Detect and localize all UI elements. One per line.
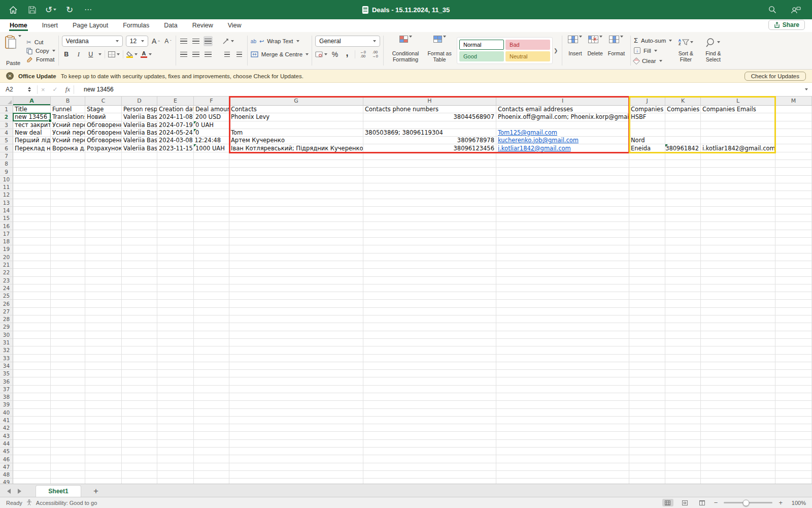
cell-H43[interactable] [363, 432, 496, 439]
row-header-21[interactable]: 21 [0, 261, 13, 269]
cell-G28[interactable] [229, 315, 363, 323]
styles-more-icon[interactable]: ❯ [554, 48, 558, 53]
cell-G13[interactable] [229, 199, 363, 207]
cell-C31[interactable] [85, 339, 122, 346]
cell-A4[interactable]: New deal [13, 129, 51, 137]
cell-D36[interactable] [122, 377, 157, 385]
cell-H24[interactable] [363, 284, 496, 292]
cell-L42[interactable] [701, 424, 775, 432]
cell-F38[interactable] [194, 393, 229, 401]
cell-J9[interactable] [629, 168, 665, 175]
cell-F37[interactable] [194, 386, 229, 393]
cell-A32[interactable] [13, 346, 51, 354]
row-header-9[interactable]: 9 [0, 168, 13, 175]
cell-L26[interactable] [701, 300, 775, 307]
cell-M28[interactable] [775, 315, 812, 323]
cell-B43[interactable] [51, 432, 85, 439]
percent-button[interactable]: % [330, 49, 340, 59]
cell-A38[interactable] [13, 393, 51, 401]
row-header-7[interactable]: 7 [0, 152, 13, 160]
cell-G34[interactable] [229, 362, 363, 370]
sort-filter-button[interactable]: AZ Sort & Filter [672, 34, 699, 67]
cell-M9[interactable] [775, 168, 812, 175]
cell-A31[interactable] [13, 339, 51, 346]
number-format-select[interactable]: General [315, 36, 380, 47]
row-header-48[interactable]: 48 [0, 471, 13, 479]
cell-D6[interactable]: Valeriia Bash [122, 144, 157, 152]
cell-L22[interactable] [701, 269, 775, 276]
cell-B31[interactable] [51, 339, 85, 346]
cell-C23[interactable] [85, 277, 122, 284]
cell-C15[interactable] [85, 214, 122, 222]
row-header-30[interactable]: 30 [0, 331, 13, 339]
cell-L30[interactable] [701, 331, 775, 339]
cell-J44[interactable] [629, 440, 665, 448]
cell-H37[interactable] [363, 386, 496, 393]
cell-A40[interactable] [13, 409, 51, 417]
cell-I44[interactable] [496, 440, 629, 448]
formula-bar-expand-icon[interactable] [805, 88, 808, 90]
cell-I28[interactable] [496, 315, 629, 323]
cell-K23[interactable] [665, 277, 701, 284]
cell-H6[interactable]: 38096123456 [363, 144, 496, 152]
cell-K48[interactable] [665, 471, 701, 479]
column-header-L[interactable]: L [701, 97, 775, 106]
cell-E14[interactable] [157, 207, 194, 214]
cell-D41[interactable] [122, 417, 157, 424]
cell-D49[interactable] [122, 479, 157, 484]
cell-B1[interactable]: Funnel [51, 106, 85, 113]
cell-K49[interactable] [665, 479, 701, 484]
cell-B49[interactable] [51, 479, 85, 484]
cell-M34[interactable] [775, 362, 812, 370]
cell-M31[interactable] [775, 339, 812, 346]
cell-F35[interactable] [194, 370, 229, 377]
cell-C13[interactable] [85, 199, 122, 207]
cell-K37[interactable] [665, 386, 701, 393]
cell-F11[interactable] [194, 183, 229, 191]
cell-G46[interactable] [229, 455, 363, 463]
cell-H29[interactable] [363, 323, 496, 331]
cell-D11[interactable] [122, 183, 157, 191]
font-color-button[interactable]: A [141, 49, 152, 59]
row-header-26[interactable]: 26 [0, 300, 13, 307]
cell-A6[interactable]: Переклад на [13, 144, 51, 152]
cell-B16[interactable] [51, 222, 85, 230]
cell-L32[interactable] [701, 346, 775, 354]
row-header-31[interactable]: 31 [0, 339, 13, 346]
row-header-15[interactable]: 15 [0, 214, 13, 222]
cell-E16[interactable] [157, 222, 194, 230]
cell-C5[interactable]: Обговорення [85, 137, 122, 144]
cell-I2[interactable]: Phoenix.off@gmail.com; Phoenix.korp@gmai… [496, 113, 629, 121]
cell-J27[interactable] [629, 308, 665, 315]
cell-B46[interactable] [51, 455, 85, 463]
cell-G42[interactable] [229, 424, 363, 432]
cell-A39[interactable] [13, 401, 51, 408]
cell-K16[interactable] [665, 222, 701, 230]
cell-H44[interactable] [363, 440, 496, 448]
cell-K15[interactable] [665, 214, 701, 222]
cell-I1[interactable]: Contacts email addresses [496, 106, 629, 113]
cell-F36[interactable] [194, 377, 229, 385]
cell-E32[interactable] [157, 346, 194, 354]
row-header-47[interactable]: 47 [0, 463, 13, 471]
cell-M42[interactable] [775, 424, 812, 432]
cell-K8[interactable] [665, 160, 701, 168]
cell-B2[interactable]: Translations [51, 113, 85, 121]
row-header-10[interactable]: 10 [0, 176, 13, 183]
cell-I47[interactable] [496, 463, 629, 471]
cell-G9[interactable] [229, 168, 363, 175]
cell-C8[interactable] [85, 160, 122, 168]
column-header-G[interactable]: G [229, 97, 363, 106]
cell-K46[interactable] [665, 455, 701, 463]
cell-B35[interactable] [51, 370, 85, 377]
row-header-4[interactable]: 4 [0, 129, 13, 137]
cell-E1[interactable]: Creation date [157, 106, 194, 113]
cell-K20[interactable] [665, 253, 701, 261]
row-header-37[interactable]: 37 [0, 386, 13, 393]
cell-M14[interactable] [775, 207, 812, 214]
cell-C14[interactable] [85, 207, 122, 214]
cell-A33[interactable] [13, 355, 51, 362]
cell-I25[interactable] [496, 292, 629, 300]
cell-H19[interactable] [363, 245, 496, 253]
column-header-H[interactable]: H [363, 97, 496, 106]
